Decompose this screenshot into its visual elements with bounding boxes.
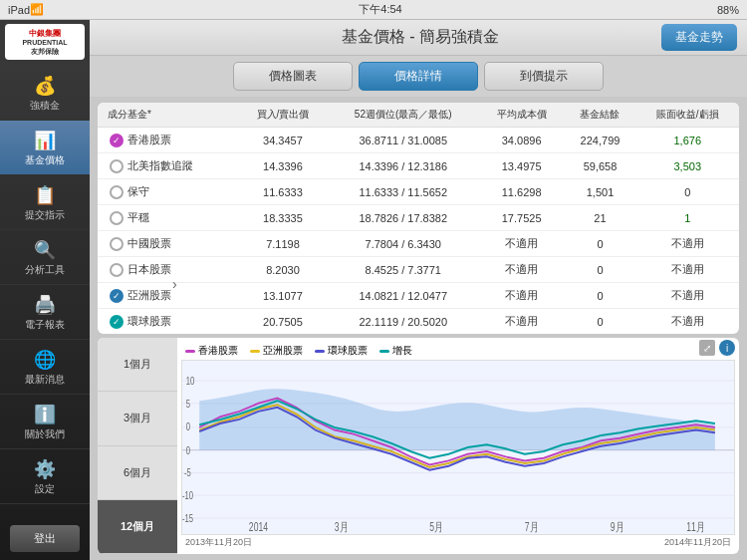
fund-table-container: 成分基金* 買入/賣出價 52週價位(最高／最低) 平均成本價 基金結餘 賬面收…	[98, 103, 739, 334]
fund-name: 保守	[127, 184, 149, 199]
time-btn-12m[interactable]: 12個月	[98, 500, 177, 554]
fund-checkbox[interactable]	[110, 211, 124, 225]
fund-checkbox[interactable]	[110, 134, 124, 147]
tab-price-detail[interactable]: 價格詳情	[359, 62, 478, 91]
logout-button[interactable]: 登出	[10, 525, 80, 552]
chevron-right-icon[interactable]: ›	[172, 276, 177, 292]
fund-cell: 不適用	[479, 257, 565, 283]
chart-info-button[interactable]: i	[719, 340, 735, 356]
report-icon: 🖨️	[31, 293, 59, 317]
table-row: 中國股票7.11987.7804 / 6.3430不適用0不適用	[98, 231, 739, 257]
fund-cell: 1,501	[565, 179, 636, 205]
sidebar-item-price-label: 基金價格	[25, 154, 65, 166]
svg-text:10: 10	[186, 376, 194, 388]
fund-cell: 20.7505	[238, 309, 328, 335]
time-btn-6m[interactable]: 6個月	[98, 446, 177, 500]
chart-expand-button[interactable]: ⤢	[699, 340, 715, 356]
fund-cell: 不適用	[635, 283, 739, 309]
carrier-label: iPad	[8, 4, 30, 16]
sidebar: 中銀集團 PRUDENTIAL 友邦保險 💰 強積金 📊 基金價格 📋 提交指示…	[0, 20, 90, 560]
col-avg-cost: 平均成本價	[479, 103, 565, 128]
sidebar-item-price[interactable]: 📊 基金價格	[0, 121, 90, 175]
submit-icon: 📋	[31, 183, 59, 207]
chart-start-date: 2013年11月20日	[185, 536, 252, 549]
fund-cell: 8.2030	[238, 257, 328, 283]
legend-asia-label: 亞洲股票	[263, 344, 303, 358]
wifi-icon: 📶	[30, 3, 44, 16]
sidebar-item-report-label: 電子報表	[25, 319, 65, 331]
legend-hk-dot	[185, 350, 195, 353]
fund-cell: 36.8711 / 31.0085	[328, 128, 479, 153]
fund-checkbox[interactable]	[110, 185, 124, 199]
fund-name-cell: 平穩	[98, 205, 238, 231]
main-content: › 成分基金* 買入/賣出價 52週價位(最高／最低) 平均成本價 基金結餘 賬…	[90, 97, 747, 560]
legend-asia-stocks: 亞洲股票	[250, 344, 303, 358]
sidebar-item-fund[interactable]: 💰 強積金	[0, 66, 90, 121]
fund-checkbox[interactable]	[110, 159, 124, 173]
fund-cell: 不適用	[635, 257, 739, 283]
tab-price-alert[interactable]: 到價提示	[484, 62, 604, 91]
fund-checkbox[interactable]	[110, 289, 124, 303]
action-button[interactable]: 基金走勢	[661, 24, 737, 51]
legend-growth-label: 增長	[392, 344, 412, 358]
sidebar-item-settings[interactable]: ⚙️ 設定	[0, 449, 90, 504]
svg-text:0: 0	[186, 444, 190, 456]
settings-icon: ⚙️	[31, 457, 59, 481]
sidebar-item-analysis[interactable]: 🔍 分析工具	[0, 230, 90, 285]
legend-growth: 增長	[379, 344, 412, 358]
fund-cell: 14.3396	[238, 153, 328, 179]
time-btn-1m[interactable]: 1個月	[98, 338, 177, 392]
fund-name: 北美指數追蹤	[127, 158, 193, 173]
fund-name: 平穩	[127, 210, 149, 225]
fund-name-cell: 日本股票	[98, 257, 238, 283]
sidebar-item-submit[interactable]: 📋 提交指示	[0, 175, 90, 230]
fund-table: 成分基金* 買入/賣出價 52週價位(最高／最低) 平均成本價 基金結餘 賬面收…	[98, 103, 739, 334]
time-btn-3m[interactable]: 3個月	[98, 392, 177, 445]
fund-cell: 34.0896	[479, 128, 565, 153]
chart-svg: 10 5 0 0 -5 -10 -15	[182, 361, 734, 534]
col-pnl: 賬面收益/虧損	[635, 103, 739, 128]
price-icon: 📊	[31, 129, 59, 152]
fund-cell: 不適用	[635, 309, 739, 335]
fund-cell: 11.6333 / 11.5652	[328, 179, 479, 205]
fund-cell: 7.1198	[238, 231, 328, 257]
fund-cell: 34.3457	[238, 128, 328, 153]
tab-bar: 價格圖表 價格詳情 到價提示	[90, 56, 747, 97]
fund-cell: 1,676	[635, 128, 739, 153]
fund-cell: 不適用	[479, 283, 565, 309]
sidebar-item-submit-label: 提交指示	[25, 209, 65, 221]
fund-cell: 21	[565, 205, 636, 231]
legend-asia-dot	[250, 350, 260, 353]
fund-cell: 0	[565, 309, 636, 335]
fund-name: 中國股票	[127, 236, 171, 251]
chart-end-date: 2014年11月20日	[664, 536, 731, 549]
fund-cell: 17.7525	[479, 205, 565, 231]
fund-cell: 0	[565, 283, 636, 309]
table-row: 環球股票20.750522.1119 / 20.5020不適用0不適用	[98, 309, 739, 335]
svg-text:-15: -15	[182, 513, 193, 525]
fund-cell: 1	[635, 205, 739, 231]
fund-cell: 不適用	[635, 231, 739, 257]
fund-checkbox[interactable]	[110, 237, 124, 251]
fund-cell: 18.3335	[238, 205, 328, 231]
table-row: 平穩18.333518.7826 / 17.838217.7525211	[98, 205, 739, 231]
legend-growth-dot	[379, 350, 389, 353]
svg-text:11月: 11月	[686, 521, 704, 534]
fund-cell: 14.3396 / 12.3186	[328, 153, 479, 179]
tab-price-chart[interactable]: 價格圖表	[233, 62, 353, 91]
fund-cell: 不適用	[479, 309, 565, 335]
fund-checkbox[interactable]	[110, 315, 124, 329]
fund-cell: 14.0821 / 12.0477	[328, 283, 479, 309]
fund-checkbox[interactable]	[110, 263, 124, 277]
col-balance: 基金結餘	[565, 103, 636, 128]
fund-name-cell: 香港股票	[98, 128, 238, 153]
sidebar-item-report[interactable]: 🖨️ 電子報表	[0, 285, 90, 340]
fund-cell: 不適用	[479, 231, 565, 257]
about-icon: ℹ️	[31, 403, 59, 426]
fund-cell: 0	[635, 179, 739, 205]
chart-section: 1個月 3個月 6個月 12個月 香港股票 亞	[98, 338, 739, 554]
fund-cell: 224,799	[565, 128, 636, 153]
svg-text:2014: 2014	[249, 521, 268, 534]
sidebar-item-news[interactable]: 🌐 最新消息	[0, 340, 90, 395]
sidebar-item-about[interactable]: ℹ️ 關於我們	[0, 395, 90, 449]
